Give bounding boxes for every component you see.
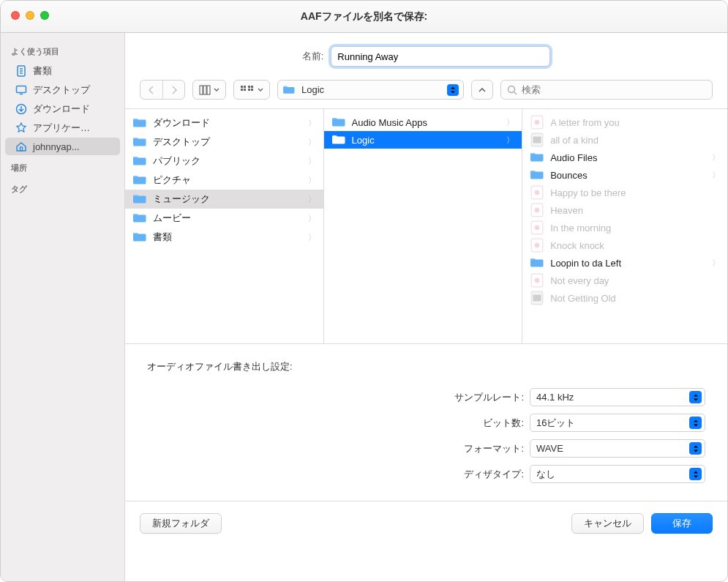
browser-row-label: ミュージック [153, 193, 302, 206]
search-input[interactable] [522, 84, 706, 95]
browser-row-label: Happy to be there [550, 187, 720, 198]
chevron-right-icon: 〉 [506, 117, 514, 128]
sidebar-tags-header: タグ [1, 178, 124, 198]
updown-icon [689, 417, 702, 429]
browser-row[interactable]: Bounces〉 [522, 166, 727, 184]
grouping-button[interactable] [233, 80, 270, 100]
browser-row[interactable]: ムービー〉 [125, 209, 323, 228]
browser-row[interactable]: all of a kind [522, 131, 727, 149]
browser-row[interactable]: Happy to be there [522, 184, 727, 201]
svg-rect-13 [241, 89, 243, 91]
browser-row[interactable]: A letter from you [522, 113, 727, 131]
chevron-right-icon: 〉 [308, 175, 316, 186]
browser-row-label: ピクチャ [153, 174, 302, 187]
browser-row[interactable]: In the morning [522, 219, 727, 236]
cancel-button[interactable]: キャンセル [571, 513, 644, 534]
search-field[interactable] [500, 80, 713, 100]
browser-row[interactable]: Heaven [522, 201, 727, 219]
folder-icon [132, 212, 147, 224]
browser-row[interactable]: デスクトップ〉 [125, 133, 323, 152]
folder-icon [530, 257, 544, 269]
format-label: フォーマット: [464, 442, 524, 455]
browser-row-label: Audio Files [550, 152, 706, 163]
browser-row-label: 書類 [153, 231, 302, 244]
chevron-up-icon [478, 86, 487, 94]
nav-forward-button[interactable] [162, 81, 184, 99]
filename-input[interactable] [331, 46, 550, 67]
sidebar-item-label: デスクトップ [33, 83, 90, 97]
svg-rect-15 [248, 86, 250, 88]
file-icon [530, 275, 544, 286]
svg-rect-17 [248, 89, 250, 91]
updown-icon [689, 391, 702, 403]
sidebar-item[interactable]: johnnyap... [5, 138, 120, 155]
chevron-right-icon: 〉 [308, 137, 316, 148]
browser-column-2: Audio Music Apps〉Logic〉 [324, 109, 523, 343]
chevron-right-icon: 〉 [308, 118, 316, 129]
sidebar-item[interactable]: 書類 [5, 61, 120, 81]
browser-row[interactable]: Logic〉 [324, 131, 522, 149]
format-popup[interactable]: WAVE [530, 439, 705, 458]
zoom-window-button[interactable] [40, 11, 49, 20]
browser-row-label: Audio Music Apps [352, 117, 501, 128]
browser-column-3: A letter from youall of a kindAudio File… [522, 109, 727, 343]
view-columns-button[interactable] [192, 80, 226, 100]
browser-row-label: Loopin to da Left [550, 258, 706, 269]
svg-rect-16 [251, 86, 253, 88]
sidebar-item[interactable]: ダウンロード [5, 100, 120, 119]
sidebar-item-label: johnnyap... [33, 141, 80, 152]
browser-row[interactable]: 書類〉 [125, 228, 323, 247]
browser-row[interactable]: Knock knock [522, 236, 727, 254]
save-button[interactable]: 保存 [651, 513, 713, 534]
nav-back-forward [140, 80, 185, 100]
svg-point-19 [509, 86, 515, 92]
minimize-window-button[interactable] [26, 11, 34, 20]
browser-row-label: A letter from you [550, 117, 720, 128]
window-title: AAFファイルを別名で保存: [1, 10, 727, 23]
browser-row[interactable]: ピクチャ〉 [125, 171, 323, 190]
file-icon [530, 222, 544, 234]
chevron-right-icon: 〉 [308, 232, 316, 243]
browser-row-label: Logic [352, 135, 501, 146]
svg-rect-10 [207, 86, 210, 94]
bit-depth-popup[interactable]: 16ビット [530, 414, 705, 432]
columns-icon [199, 85, 211, 95]
svg-rect-8 [200, 86, 203, 94]
svg-rect-11 [241, 86, 243, 88]
location-name: Logic [301, 84, 441, 95]
browser-row[interactable]: Loopin to da Left〉 [522, 254, 727, 272]
sidebar-item[interactable]: アプリケー… [5, 119, 120, 138]
browser-row[interactable]: Audio Music Apps〉 [324, 113, 522, 131]
chevron-right-icon: 〉 [506, 135, 514, 146]
browser-row[interactable]: Audio Files〉 [522, 149, 727, 166]
folder-icon [132, 155, 147, 167]
close-window-button[interactable] [11, 11, 20, 20]
chevron-right-icon: 〉 [308, 194, 316, 205]
folder-icon [132, 174, 147, 186]
name-label: 名前: [302, 50, 324, 63]
dither-popup[interactable]: なし [530, 465, 705, 483]
browser-row[interactable]: Not Getting Old [522, 289, 727, 307]
location-popup[interactable]: Logic [277, 80, 464, 100]
sidebar-item[interactable]: デスクトップ [5, 81, 120, 100]
browser-row[interactable]: ダウンロード〉 [125, 113, 323, 133]
column-browser: ダウンロード〉デスクトップ〉パブリック〉ピクチャ〉ミュージック〉ムービー〉書類〉… [125, 108, 727, 344]
file-icon [530, 239, 544, 251]
nav-back-button[interactable] [140, 81, 162, 99]
collapse-button[interactable] [471, 80, 493, 100]
chevron-right-icon: 〉 [308, 213, 316, 224]
new-folder-button[interactable]: 新規フォルダ [140, 513, 222, 534]
browser-row-label: all of a kind [550, 135, 720, 146]
sample-rate-popup[interactable]: 44.1 kHz [530, 388, 705, 406]
browser-row-label: デスクトップ [153, 135, 302, 149]
browser-column-1: ダウンロード〉デスクトップ〉パブリック〉ピクチャ〉ミュージック〉ムービー〉書類〉 [125, 109, 324, 343]
export-settings-heading: オーディオファイル書き出し設定: [147, 360, 705, 373]
browser-row-label: Not every day [550, 275, 720, 286]
dither-label: ディザタイプ: [464, 468, 524, 481]
browser-row[interactable]: ミュージック〉 [125, 190, 323, 209]
bit-depth-label: ビット数: [483, 417, 524, 430]
browser-row-label: In the morning [550, 223, 720, 234]
browser-row[interactable]: パブリック〉 [125, 152, 323, 171]
chevron-right-icon: 〉 [712, 152, 720, 163]
browser-row[interactable]: Not every day [522, 272, 727, 289]
